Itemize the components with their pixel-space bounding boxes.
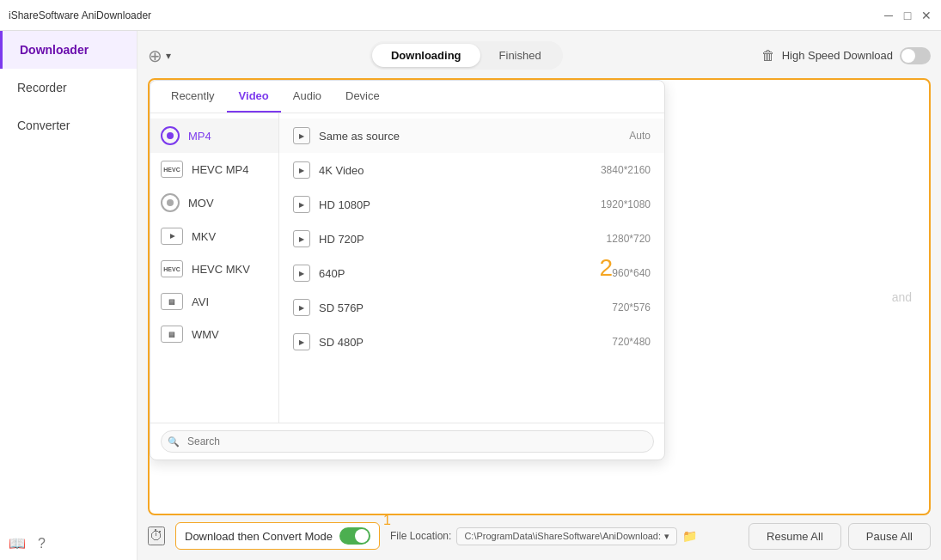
hevc-mp4-icon: HEVC	[161, 161, 183, 178]
minimize-button[interactable]: ─	[883, 9, 895, 21]
quality-item-same-as-source[interactable]: ▶ Same as source Auto	[279, 119, 664, 153]
background-and-text: and	[892, 290, 912, 304]
tab-finished[interactable]: Finished	[480, 44, 560, 67]
add-icon: ⊕	[148, 46, 162, 66]
resume-all-button[interactable]: Resume All	[749, 523, 841, 550]
toolbar: ⊕ ▾ Downloading Finished 🗑 High Speed Do…	[148, 41, 931, 70]
toolbar-right: 🗑 High Speed Download	[761, 47, 931, 64]
help-icon-button[interactable]: ?	[38, 536, 46, 551]
folder-icon-button[interactable]: 📁	[682, 529, 697, 543]
format-item-mkv[interactable]: ▶ MKV	[150, 220, 278, 253]
play-icon-4k: ▶	[293, 161, 310, 179]
file-location: File Location: C:\ProgramData\iShareSoft…	[390, 527, 697, 545]
bottom-bar: ⏱ Download then Convert Mode 1 File Loca…	[148, 522, 931, 550]
trash-icon-button[interactable]: 🗑	[761, 48, 775, 64]
format-item-mp4[interactable]: MP4	[150, 119, 278, 153]
title-bar: iShareSoftware AniDownloader ─ □ ✕	[0, 0, 941, 31]
tab-device[interactable]: Device	[333, 81, 392, 113]
convert-mode-box: Download then Convert Mode 1	[175, 522, 380, 550]
close-button[interactable]: ✕	[920, 9, 932, 21]
mp4-radio-icon	[161, 126, 180, 145]
file-path-selector[interactable]: C:\ProgramData\iShareSoftware\AniDownloa…	[456, 527, 677, 545]
convert-mode-toggle[interactable]	[339, 527, 370, 545]
add-download-button[interactable]: ⊕ ▾	[148, 46, 171, 66]
book-icon-button[interactable]: 📖	[9, 535, 26, 551]
play-icon-576p: ▶	[293, 299, 310, 316]
app-title: iShareSoftware AniDownloader	[9, 9, 151, 21]
wmv-icon: ▤	[161, 326, 183, 343]
sidebar-item-recorder[interactable]: Recorder	[0, 69, 137, 107]
quality-item-1080p[interactable]: ▶ HD 1080P 1920*1080	[279, 187, 664, 222]
quality-item-4k[interactable]: ▶ 4K Video 3840*2160	[279, 153, 664, 187]
tab-recently[interactable]: Recently	[159, 81, 227, 113]
file-location-label: File Location:	[390, 530, 451, 542]
sidebar-item-downloader[interactable]: Downloader	[0, 31, 137, 69]
chevron-down-icon: ▾	[166, 50, 171, 62]
mov-radio-icon	[161, 193, 180, 212]
action-buttons: Resume All Pause All	[749, 523, 931, 550]
play-icon-720p: ▶	[293, 230, 310, 247]
sidebar-bottom: 📖 ?	[0, 527, 137, 560]
high-speed-toggle[interactable]	[900, 47, 931, 64]
mkv-icon: ▶	[161, 228, 183, 245]
quality-item-576p[interactable]: ▶ SD 576P 720*576	[279, 290, 664, 325]
format-item-hevc-mkv[interactable]: HEVC HEVC MKV	[150, 253, 278, 285]
app-layout: Downloader Recorder Converter 📖 ? ⊕ ▾ Do…	[0, 31, 941, 560]
high-speed-label: High Speed Download	[782, 49, 893, 62]
format-item-wmv[interactable]: ▤ WMV	[150, 318, 278, 350]
clock-icon-button[interactable]: ⏱	[148, 527, 165, 545]
maximize-button[interactable]: □	[901, 9, 914, 21]
sidebar: Downloader Recorder Converter 📖 ?	[0, 31, 137, 560]
play-icon-1080p: ▶	[293, 196, 310, 213]
download-tab-group: Downloading Finished	[370, 41, 563, 70]
quality-list: 2 ▶ Same as source Auto ▶ 4K Video 3840*…	[279, 113, 664, 423]
search-input[interactable]	[161, 430, 654, 453]
quality-item-720p[interactable]: ▶ HD 720P 1280*720	[279, 222, 664, 256]
quality-item-640p[interactable]: ▶ 640P 960*640	[279, 256, 664, 290]
toolbar-left: ⊕ ▾	[148, 46, 171, 66]
search-container	[161, 430, 654, 453]
format-tabs: Recently Video Audio Device	[150, 81, 664, 113]
format-item-hevc-mp4[interactable]: HEVC HEVC MP4	[150, 153, 278, 186]
format-item-mov[interactable]: MOV	[150, 186, 278, 220]
format-body: MP4 HEVC HEVC MP4 MOV ▶ MKV	[150, 113, 664, 423]
play-icon-480p: ▶	[293, 333, 310, 350]
play-icon-same: ▶	[293, 127, 310, 144]
tab-audio[interactable]: Audio	[281, 81, 333, 113]
quality-item-480p[interactable]: ▶ SD 480P 720*480	[279, 325, 664, 359]
format-search-bar	[150, 423, 664, 460]
convert-mode-label: Download then Convert Mode	[185, 530, 333, 543]
main-content: ⊕ ▾ Downloading Finished 🗑 High Speed Do…	[137, 31, 941, 560]
hevc-mkv-icon: HEVC	[161, 260, 183, 277]
tab-downloading[interactable]: Downloading	[372, 44, 480, 67]
format-list: MP4 HEVC HEVC MP4 MOV ▶ MKV	[150, 113, 279, 423]
format-item-avi[interactable]: ▤ AVI	[150, 285, 278, 318]
avi-icon: ▤	[161, 293, 183, 310]
badge-1: 1	[383, 513, 391, 528]
chevron-down-icon: ▾	[664, 531, 669, 542]
download-area: and Recently Video Audio Device	[148, 78, 931, 515]
sidebar-item-converter[interactable]: Converter	[0, 107, 137, 144]
tab-video[interactable]: Video	[227, 81, 281, 113]
window-controls: ─ □ ✕	[883, 9, 932, 21]
pause-all-button[interactable]: Pause All	[848, 523, 931, 550]
play-icon-640p: ▶	[293, 265, 310, 282]
format-selector-overlay: Recently Video Audio Device MP4 HEV	[150, 80, 665, 460]
